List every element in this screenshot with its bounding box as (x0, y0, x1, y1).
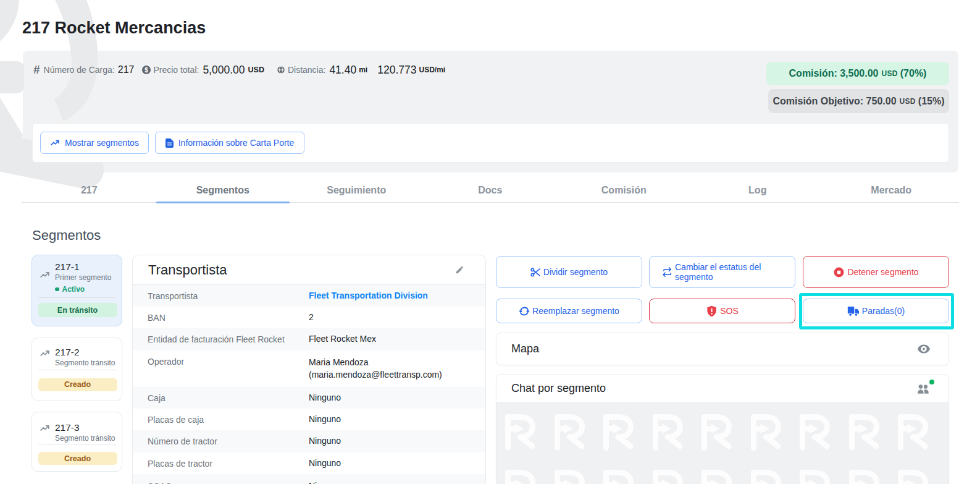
svg-text:$: $ (145, 67, 149, 74)
